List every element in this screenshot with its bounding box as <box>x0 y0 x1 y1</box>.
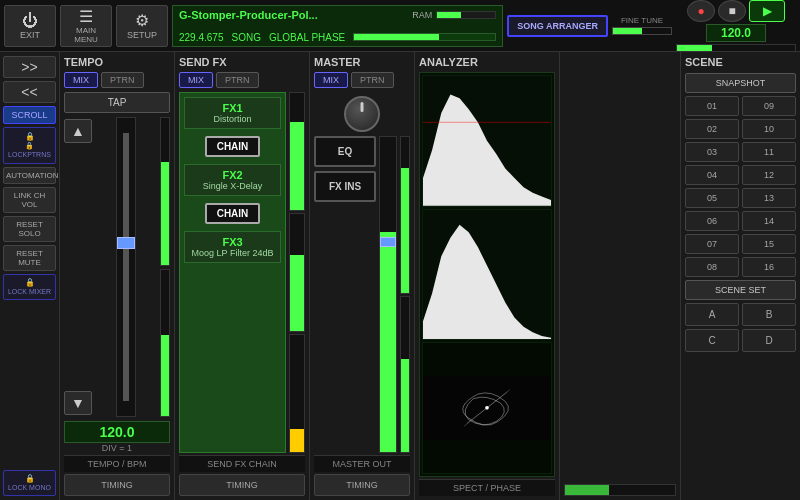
ram-bar <box>436 11 496 19</box>
nav-forward-button[interactable]: >> <box>3 56 56 78</box>
lock-ptrns-button[interactable]: 🔒🔒 LOCKPTRNS <box>3 127 56 164</box>
scene-16-button[interactable]: 16 <box>742 257 796 277</box>
fx-ins-button[interactable]: FX INS <box>314 171 376 202</box>
arranger-button[interactable]: SONG ARRANGER <box>507 15 608 37</box>
scene-section: SCENE SNAPSHOT 01 09 02 10 03 11 04 12 0… <box>680 52 800 500</box>
scene-d-button[interactable]: D <box>742 329 796 352</box>
lock-mixer-button[interactable]: 🔒LOCK MIXER <box>3 274 56 300</box>
song-label: SONG <box>232 32 261 43</box>
master-mix-button[interactable]: MIX <box>314 72 348 88</box>
scene-01-button[interactable]: 01 <box>685 96 739 116</box>
eq-button[interactable]: EQ <box>314 136 376 167</box>
left-sidebar: >> << SCROLL 🔒🔒 LOCKPTRNS AUTOMATION LIN… <box>0 52 60 500</box>
tempo-slider[interactable] <box>116 117 136 417</box>
sendfx-timing-button[interactable]: TIMING <box>179 474 305 496</box>
analyzer-title: ANALYZER <box>419 56 555 68</box>
scene-row-07-15: 07 15 <box>685 234 796 254</box>
bpm-display: 120.0 <box>706 24 766 42</box>
fx1-chain-button[interactable]: CHAIN <box>205 136 261 157</box>
master-slider[interactable] <box>379 136 397 453</box>
scene-11-button[interactable]: 11 <box>742 142 796 162</box>
fx-chain-area: FX1 Distortion CHAIN FX2 Single X-Delay … <box>179 92 286 453</box>
global-phase-label: GLOBAL PHASE <box>269 32 345 43</box>
sendfx-section: SEND FX MIX PTRN FX1 Distortion CHAIN FX… <box>175 52 310 500</box>
menu-icon: ☰ <box>79 7 93 26</box>
main-content: TEMPO MIX PTRN TAP ▲ ▼ <box>60 52 800 500</box>
tap-button[interactable]: TAP <box>64 92 170 113</box>
reset-mute-button[interactable]: RESET MUTE <box>3 245 56 271</box>
song-display: G-Stomper-Producer-Pol... RAM 229.4.675 … <box>172 5 503 47</box>
spect-label: SPECT / PHASE <box>419 479 555 496</box>
fx1-block: FX1 Distortion <box>184 97 281 129</box>
exit-button[interactable]: ⏻ EXIT <box>4 5 56 47</box>
tempo-down-button[interactable]: ▼ <box>64 391 92 415</box>
analyzer-lissajous <box>422 342 552 474</box>
lock-mono-button[interactable]: 🔒LOCK MONO <box>3 470 56 496</box>
tempo-up-button[interactable]: ▲ <box>64 119 92 143</box>
sendfx-bottom-label: SEND FX CHAIN <box>179 455 305 472</box>
tempo-mix-button[interactable]: MIX <box>64 72 98 88</box>
master-title: MASTER <box>314 56 410 68</box>
scene-05-button[interactable]: 05 <box>685 188 739 208</box>
tempo-bpm-label: TEMPO / BPM <box>64 455 170 472</box>
scene-c-button[interactable]: C <box>685 329 739 352</box>
time-display: 229.4.675 <box>179 32 224 43</box>
analyzer-spectrum1 <box>422 75 552 207</box>
master-ptrn-button[interactable]: PTRN <box>351 72 394 88</box>
transport-section: ● ■ ▶ 120.0 <box>676 0 796 52</box>
analyzer-spectrum2 <box>422 209 552 341</box>
reset-solo-button[interactable]: RESET SOLO <box>3 216 56 242</box>
setup-icon: ⚙ <box>135 11 149 30</box>
sendfx-ptrn-button[interactable]: PTRN <box>216 72 259 88</box>
stop-button[interactable]: ■ <box>718 0 746 22</box>
scene-14-button[interactable]: 14 <box>742 211 796 231</box>
scene-b-button[interactable]: B <box>742 303 796 326</box>
div-label: DIV = 1 <box>64 443 170 453</box>
master-knob[interactable] <box>344 96 380 132</box>
nav-back-button[interactable]: << <box>3 81 56 103</box>
scene-a-button[interactable]: A <box>685 303 739 326</box>
scene-15-button[interactable]: 15 <box>742 234 796 254</box>
play-button[interactable]: ▶ <box>749 0 785 22</box>
scene-row-08-16: 08 16 <box>685 257 796 277</box>
scene-08-button[interactable]: 08 <box>685 257 739 277</box>
scene-06-button[interactable]: 06 <box>685 211 739 231</box>
arranger-label: SONG ARRANGER <box>517 21 598 31</box>
scene-title: SCENE <box>685 56 796 68</box>
master-out-label: MASTER OUT <box>314 455 410 472</box>
tempo-arrows: ▲ ▼ <box>64 117 92 417</box>
snapshot-button[interactable]: SNAPSHOT <box>685 73 796 93</box>
scene-10-button[interactable]: 10 <box>742 119 796 139</box>
setup-button[interactable]: ⚙ SETUP <box>116 5 168 47</box>
fx2-chain-button[interactable]: CHAIN <box>205 203 261 224</box>
scene-row-05-13: 05 13 <box>685 188 796 208</box>
fx2-block: FX2 Single X-Delay <box>184 164 281 196</box>
scene-set-button[interactable]: SCENE SET <box>685 280 796 300</box>
sendfx-mix-button[interactable]: MIX <box>179 72 213 88</box>
finetune-section: FINE TUNE <box>612 16 672 35</box>
scene-09-button[interactable]: 09 <box>742 96 796 116</box>
scene-07-button[interactable]: 07 <box>685 234 739 254</box>
scene-13-button[interactable]: 13 <box>742 188 796 208</box>
progress-bar <box>676 44 796 52</box>
scene-04-button[interactable]: 04 <box>685 165 739 185</box>
master-timing-button[interactable]: TIMING <box>314 474 410 496</box>
scene-03-button[interactable]: 03 <box>685 142 739 162</box>
automation-button[interactable]: AUTOMATION <box>3 167 56 184</box>
scene-row-01-09: 01 09 <box>685 96 796 116</box>
scene-row-ab: A B <box>685 303 796 326</box>
scroll-button[interactable]: SCROLL <box>3 106 56 124</box>
finetune-bar <box>612 27 672 35</box>
exit-icon: ⏻ <box>22 12 38 30</box>
scene-12-button[interactable]: 12 <box>742 165 796 185</box>
scene-row-03-11: 03 11 <box>685 142 796 162</box>
scene-row-02-10: 02 10 <box>685 119 796 139</box>
tempo-timing-button[interactable]: TIMING <box>64 474 170 496</box>
record-button[interactable]: ● <box>687 0 715 22</box>
tempo-slider-wrapper <box>96 117 156 417</box>
tempo-ptrn-button[interactable]: PTRN <box>101 72 144 88</box>
tempo-section: TEMPO MIX PTRN TAP ▲ ▼ <box>60 52 175 500</box>
main-menu-button[interactable]: ☰ MAIN MENU <box>60 5 112 47</box>
link-ch-vol-button[interactable]: LINK CH VOL <box>3 187 56 213</box>
scene-02-button[interactable]: 02 <box>685 119 739 139</box>
